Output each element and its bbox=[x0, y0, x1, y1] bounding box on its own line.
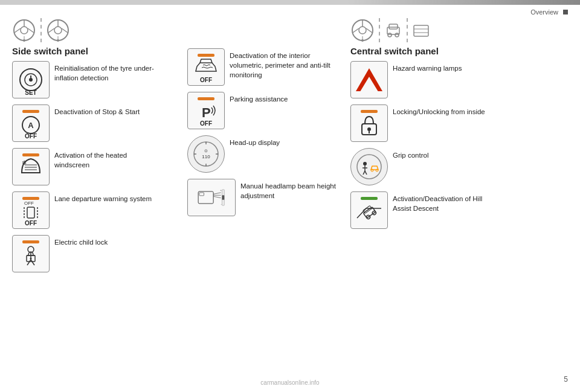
head-up-display-icon-box: ⊙ 110 bbox=[187, 135, 225, 173]
hazard-lamps-label: Hazard warning lamps bbox=[393, 61, 462, 73]
hill-assist-icon-box bbox=[350, 191, 388, 229]
headlamp-adjustment-label: Manual headlamp beam height adjustment bbox=[240, 179, 344, 201]
heated-windscreen-label: Activation of the heated windscreen bbox=[54, 148, 163, 170]
svg-point-13 bbox=[57, 39, 59, 42]
list-item: Activation/Deactivation of Hill Assist D… bbox=[350, 191, 568, 229]
svg-line-3 bbox=[14, 28, 21, 33]
list-item: ⊙ 110 Head-up display bbox=[187, 135, 344, 173]
right-panel-title: Central switch panel bbox=[350, 46, 568, 56]
hill-assist-label: Activation/Deactivation of Hill Assist D… bbox=[393, 191, 501, 213]
list-item: ! SET Reinitialisation of the tyre under… bbox=[12, 61, 181, 98]
separator-line bbox=[40, 18, 42, 42]
head-up-display-icon: ⊙ 110 bbox=[191, 139, 221, 169]
svg-point-58 bbox=[361, 39, 364, 42]
orange-indicator bbox=[22, 110, 39, 113]
list-item: OFF Deactivation of the interior volumet… bbox=[187, 48, 344, 86]
svg-point-8 bbox=[54, 27, 62, 34]
svg-text:!: ! bbox=[30, 74, 33, 83]
svg-point-67 bbox=[367, 127, 371, 131]
list-item: OFF OFF Lane departure warning system bbox=[12, 191, 181, 229]
svg-point-1 bbox=[21, 27, 28, 34]
svg-rect-24 bbox=[27, 207, 34, 218]
section-header: Overview bbox=[530, 8, 568, 16]
svg-point-34 bbox=[30, 258, 32, 260]
svg-rect-63 bbox=[414, 25, 428, 36]
svg-point-61 bbox=[388, 33, 392, 37]
parking-assistance-icon-box: P OFF bbox=[187, 92, 225, 129]
lane-departure-icon-box: OFF OFF bbox=[12, 191, 50, 229]
separator-line bbox=[407, 18, 408, 42]
child-lock-icon-box bbox=[12, 235, 50, 272]
right-panel-header-icons bbox=[350, 18, 568, 42]
orange-indicator bbox=[22, 153, 39, 156]
head-up-display-label: Head-up display bbox=[230, 135, 280, 147]
header-bar bbox=[0, 0, 580, 5]
parking-assistance-label: Parking assistance bbox=[230, 92, 288, 104]
grip-control-icon bbox=[354, 152, 384, 182]
hazard-triangle-wrapper bbox=[356, 68, 382, 91]
car-panel-icon bbox=[412, 18, 430, 42]
svg-text:110: 110 bbox=[202, 154, 210, 159]
off-label: OFF bbox=[200, 120, 212, 127]
interior-deactivation-icon-box: OFF bbox=[187, 48, 225, 86]
page-number: 5 bbox=[564, 375, 568, 384]
svg-line-31 bbox=[27, 260, 31, 265]
steering-wheel-left-icon bbox=[12, 18, 36, 42]
hazard-lamps-icon-box bbox=[350, 61, 388, 98]
off-label: OFF bbox=[25, 220, 37, 227]
list-item: Electric child lock bbox=[12, 235, 181, 272]
orange-indicator bbox=[361, 110, 378, 113]
svg-rect-60 bbox=[389, 24, 398, 29]
green-indicator bbox=[361, 197, 378, 200]
heated-windscreen-icon-box: ❄ bbox=[12, 148, 50, 185]
svg-line-4 bbox=[28, 28, 34, 33]
left-panel-title: Side switch panel bbox=[12, 46, 181, 56]
headlamp-adjustment-icon-box: + - bbox=[187, 179, 236, 216]
svg-point-62 bbox=[395, 33, 399, 37]
svg-line-32 bbox=[31, 260, 34, 265]
off-label: OFF bbox=[200, 77, 212, 83]
svg-line-56 bbox=[366, 28, 372, 33]
svg-point-70 bbox=[363, 162, 367, 165]
svg-line-45 bbox=[213, 193, 221, 194]
svg-line-55 bbox=[353, 28, 359, 33]
section-title: Overview bbox=[530, 8, 558, 16]
svg-point-53 bbox=[359, 27, 366, 34]
svg-line-10 bbox=[48, 28, 54, 33]
stop-start-label: Deactivation of Stop & Start bbox=[54, 104, 140, 117]
separator-line bbox=[379, 18, 380, 42]
right-panel: Central switch panel Hazard warning lamp… bbox=[350, 18, 568, 374]
steering-wheel-right-icon bbox=[46, 18, 70, 42]
lane-departure-label: Lane departure warning system bbox=[54, 191, 152, 204]
svg-line-74 bbox=[365, 171, 367, 175]
svg-text:OFF: OFF bbox=[24, 201, 34, 206]
svg-text:A: A bbox=[28, 121, 34, 130]
svg-rect-44 bbox=[199, 193, 204, 196]
svg-point-6 bbox=[23, 39, 25, 42]
svg-rect-43 bbox=[198, 191, 213, 204]
svg-text:P: P bbox=[202, 105, 211, 120]
middle-panel: OFF Deactivation of the interior volumet… bbox=[187, 18, 344, 374]
svg-line-47 bbox=[213, 196, 221, 198]
interior-deactivation-label: Deactivation of the interior volumetric,… bbox=[230, 48, 338, 80]
svg-line-73 bbox=[363, 171, 365, 175]
grip-control-label: Grip control bbox=[393, 148, 428, 160]
locking-unlocking-icon-box bbox=[350, 104, 388, 142]
orange-indicator bbox=[198, 97, 214, 100]
tyre-reinitialisation-icon-box: ! SET bbox=[12, 61, 50, 98]
list-item: A OFF Deactivation of Stop & Start bbox=[12, 104, 181, 142]
orange-indicator bbox=[22, 240, 39, 243]
svg-rect-78 bbox=[363, 205, 372, 213]
svg-text:❄: ❄ bbox=[22, 159, 27, 166]
header-dot-icon bbox=[563, 10, 568, 14]
hazard-triangle-inner bbox=[359, 77, 379, 94]
list-item: Grip control bbox=[350, 148, 568, 185]
watermark: carmanualsonline.info bbox=[260, 379, 319, 386]
svg-text:-: - bbox=[221, 202, 222, 205]
list-item: P OFF Parking assistance bbox=[187, 92, 344, 129]
orange-indicator bbox=[22, 197, 39, 200]
orange-indicator bbox=[198, 54, 214, 57]
list-item: ❄ Activation of the heated windscreen bbox=[12, 148, 181, 185]
svg-text:+: + bbox=[220, 188, 222, 191]
left-panel-header-icons bbox=[12, 18, 181, 42]
